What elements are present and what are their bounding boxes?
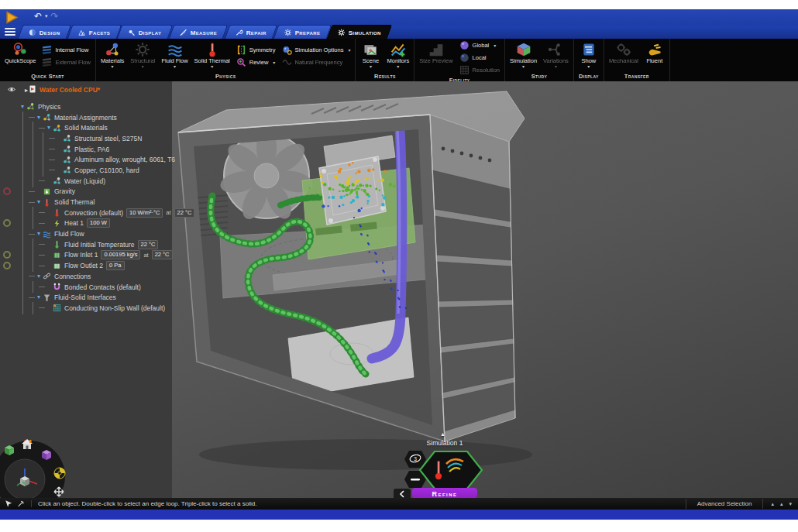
thermal-flow-stage-hex[interactable] — [420, 451, 482, 489]
tab-repair[interactable]: Repair — [224, 25, 277, 39]
navigation-wheel[interactable] — [0, 431, 79, 498]
panel-up-icon-1[interactable]: ▴ — [771, 501, 774, 507]
button-label: Solid Thermal — [194, 57, 230, 64]
ribbon-button-fluid-flow[interactable]: Fluid Flow▾ — [158, 39, 191, 73]
expander-icon[interactable]: ▾ — [35, 114, 43, 122]
dropdown-caret-icon[interactable]: ▾ — [112, 64, 114, 70]
tree-item-flow-inlet-1[interactable]: Flow Inlet 10.00195 kg/sat22 °C — [0, 250, 172, 261]
expander-icon[interactable]: ▾ — [19, 103, 26, 111]
tree-item-copper-c10100-hard[interactable]: Copper, C10100, hard — [0, 165, 172, 176]
button-label: Review — [249, 59, 269, 66]
refine-button[interactable]: Refine — [412, 488, 477, 498]
pin-indicator[interactable] — [3, 251, 11, 259]
tree-item-connections[interactable]: ▾Connections — [0, 271, 172, 282]
tab-simulation[interactable]: Simulation — [327, 25, 393, 39]
menu-button[interactable] — [3, 26, 17, 37]
tab-facets[interactable]: Facets — [67, 25, 122, 39]
dropdown-caret-icon[interactable]: ▾ — [494, 43, 496, 48]
tree-item-aluminum-alloy-wrought-6061-t6[interactable]: Aluminum alloy, wrought, 6061, T6 — [0, 154, 172, 165]
expander-icon[interactable]: ▾ — [45, 124, 53, 132]
simulation-marker-caret[interactable]: ▲ — [440, 431, 445, 437]
tree-item-physics[interactable]: ▾Physics — [0, 101, 172, 112]
field-flow-outlet-2[interactable]: 0 Pa — [106, 261, 124, 270]
undo-dropdown-icon[interactable]: ▾ — [45, 13, 48, 19]
panel-down-icon[interactable]: ▾ — [789, 501, 792, 507]
dropdown-caret-icon[interactable]: ▾ — [142, 64, 144, 70]
pin-indicator[interactable] — [3, 187, 11, 195]
tree-item-fluid-solid-interfaces[interactable]: ▾Fluid-Solid Interfaces — [0, 292, 172, 303]
tree-root-row[interactable]: ▸ Water Cooled CPU* — [0, 84, 172, 95]
tree-item-material-assignments[interactable]: ▾Material Assignments — [0, 112, 172, 123]
expander-icon[interactable]: ▾ — [35, 230, 43, 238]
tree-item-flow-outlet-2[interactable]: Flow Outlet 20 Pa — [0, 260, 172, 271]
dropdown-caret-icon[interactable]: ▾ — [370, 64, 372, 70]
tab-measure[interactable]: Measure — [169, 25, 229, 39]
field-convection-default[interactable]: 10 W/m²·°C — [126, 208, 163, 218]
simulation-study-icon — [516, 42, 531, 57]
advanced-selection-button[interactable]: Advanced Selection — [686, 499, 764, 509]
ribbon-button-symmetry[interactable]: Symmetry — [236, 45, 276, 55]
expander-icon[interactable]: ▾ — [35, 273, 43, 280]
field-heat-1[interactable]: 100 W — [87, 218, 110, 228]
tree-item-convection-default[interactable]: Convection (default)10 W/m²·°Cat22 °C — [0, 208, 172, 218]
panel-up-icon-2[interactable]: ▴ — [780, 501, 783, 507]
ribbon-button-simulation[interactable]: Simulation▾ — [507, 39, 540, 73]
field-flow-inlet-1[interactable]: 0.00195 kg/s — [101, 250, 140, 259]
undo-button[interactable]: ↶ — [34, 11, 42, 22]
select-mode-icon[interactable] — [17, 497, 25, 511]
ribbon-button-scene[interactable]: Scene▾ — [357, 39, 384, 73]
dropdown-caret-icon[interactable]: ▾ — [397, 64, 399, 70]
dropdown-caret-icon[interactable]: ▾ — [273, 60, 275, 65]
tree-item-heat-1[interactable]: Heat 1100 W — [0, 218, 172, 229]
expander-icon[interactable]: ▾ — [35, 293, 43, 301]
tab-prepare[interactable]: Prepare — [273, 25, 331, 39]
field-convection-default[interactable]: 22 °C — [174, 208, 195, 218]
viewport-3d[interactable]: ▲ Simulation 1 3 — [172, 81, 798, 498]
tab-display[interactable]: Display — [117, 25, 173, 39]
ribbon-button-internal-flow[interactable]: Internal Flow — [42, 45, 90, 55]
tree-item-fluid-initial-temperature[interactable]: Fluid Initial Temperature22 °C — [0, 239, 172, 250]
ribbon-button-quickscope[interactable]: QuickScope — [2, 39, 39, 73]
ribbon-button-solid-thermal[interactable]: Solid Thermal▾ — [191, 39, 233, 73]
tree-item-structural-steel-s275n[interactable]: Structural steel, S275N — [0, 133, 172, 144]
ribbon-button-simulation-options[interactable]: Simulation Options▾ — [282, 45, 351, 55]
expander-icon[interactable]: ▾ — [35, 198, 43, 206]
dropdown-caret-icon[interactable]: ▾ — [174, 64, 176, 70]
ribbon-button-resolution: Resolution — [459, 65, 500, 75]
dropdown-caret-icon[interactable]: ▾ — [348, 47, 350, 53]
tab-label: Display — [139, 29, 162, 36]
ribbon-button-local[interactable]: Local — [459, 53, 500, 63]
pc-case-model[interactable] — [172, 81, 798, 498]
pin-indicator[interactable] — [3, 219, 11, 227]
nav-spin-wheel-icon[interactable] — [54, 468, 65, 479]
app-logo-icon[interactable] — [5, 11, 19, 27]
tree-item-plastic-pa6[interactable]: Plastic, PA6 — [0, 144, 172, 155]
tree-item-fluid-flow[interactable]: ▾Fluid Flow — [0, 228, 172, 239]
refine-back-button[interactable] — [394, 489, 411, 499]
tree-item-water-liquid[interactable]: Water (Liquid) — [0, 176, 172, 187]
ribbon-button-fluent[interactable]: Fluent — [641, 39, 668, 73]
ribbon-button-global[interactable]: Global▾ — [459, 40, 500, 50]
field-fluid-initial-temperature[interactable]: 22 °C — [138, 240, 159, 249]
select-cursor-icon[interactable] — [5, 497, 12, 511]
dropdown-caret-icon[interactable]: ▾ — [555, 64, 557, 70]
tab-design[interactable]: Design — [18, 25, 71, 39]
tree-item-bonded-contacts-default[interactable]: Bonded Contacts (default) — [0, 282, 172, 293]
ribbon-button-monitors[interactable]: Monitors▾ — [384, 39, 412, 73]
dropdown-caret-icon[interactable]: ▾ — [522, 64, 525, 70]
visibility-eye-icon[interactable] — [6, 83, 17, 97]
ribbon-button-show[interactable]: Show▾ — [576, 39, 602, 73]
nav-home-icon[interactable] — [22, 439, 33, 449]
ribbon-button-materials[interactable]: Materials▾ — [98, 39, 127, 73]
dropdown-caret-icon[interactable]: ▾ — [211, 64, 213, 70]
pin-indicator[interactable] — [3, 262, 11, 269]
redo-button[interactable]: ↷ — [51, 11, 59, 22]
dropdown-caret-icon[interactable]: ▾ — [587, 64, 590, 70]
tab-simulation-icon — [338, 29, 346, 36]
field-flow-inlet-1[interactable]: 22 °C — [152, 250, 173, 259]
ribbon-button-review[interactable]: Review▾ — [236, 57, 276, 67]
tree-item-solid-thermal[interactable]: ▾Solid Thermal — [0, 197, 172, 208]
tree-item-gravity[interactable]: Gravity — [0, 187, 172, 197]
tree-item-solid-materials[interactable]: ▾Solid Materials — [0, 122, 172, 133]
tree-item-conducting-non-slip-wall-default[interactable]: Conducting Non-Slip Wall (default) — [0, 303, 172, 314]
